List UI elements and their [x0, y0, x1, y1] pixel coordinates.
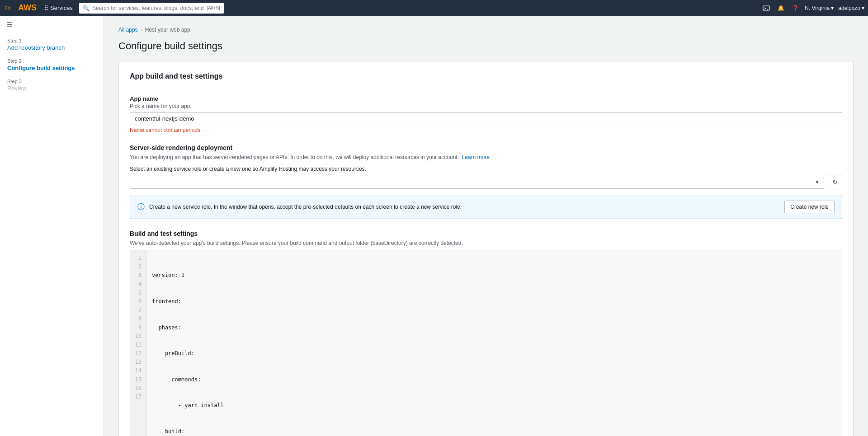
- main-content: All apps › Host your web app Configure b…: [104, 16, 868, 436]
- ssr-title: Server-side rendering deployment: [130, 144, 842, 151]
- card-title: App build and test settings: [130, 72, 842, 86]
- create-new-role-button[interactable]: Create new role: [784, 201, 835, 213]
- step-1-name[interactable]: Add repository branch: [7, 44, 96, 51]
- info-icon: ⓘ: [137, 202, 145, 212]
- app-name-section: App name Pick a name for your app. Name …: [130, 95, 842, 133]
- step-3-name: Review: [7, 85, 96, 92]
- role-select-wrapper: ▼: [130, 176, 824, 189]
- aws-text: AWS: [18, 3, 37, 13]
- search-input[interactable]: [92, 5, 204, 11]
- breadcrumb-all-apps[interactable]: All apps: [118, 27, 138, 33]
- main-card: App build and test settings App name Pic…: [118, 61, 854, 436]
- info-banner: ⓘ Create a new service role. In the wind…: [130, 195, 842, 219]
- ssr-learn-more[interactable]: Learn more: [462, 154, 490, 160]
- services-button[interactable]: ⠿ Services: [41, 4, 75, 13]
- step-3-label: Step 3: [7, 79, 96, 84]
- select-role-row: ▼ ↻: [130, 175, 842, 189]
- step-3: Step 3 Review: [7, 79, 96, 92]
- steps-nav: Step 1 Add repository branch Step 2 Conf…: [0, 33, 104, 103]
- sidebar: ☰ Step 1 Add repository branch Step 2 Co…: [0, 16, 104, 436]
- top-nav: AWS ⠿ Services 🔍 [Alt+S] 🔔 ❓ N. Virginia…: [0, 0, 868, 16]
- build-test-title: Build and test settings: [130, 230, 842, 237]
- step-2-name: Configure build settings: [7, 65, 96, 71]
- code-editor: 1 2 3 4 5 6 7 8 9 10 11 12 13: [130, 250, 842, 436]
- aws-logo: AWS: [4, 3, 37, 13]
- refresh-icon: ↻: [832, 178, 838, 186]
- app-name-hint: Pick a name for your app.: [130, 103, 842, 109]
- hamburger-menu[interactable]: ☰: [0, 16, 104, 33]
- info-banner-text: Create a new service role. In the window…: [149, 204, 780, 210]
- ssr-desc: You are deploying an app that has server…: [130, 154, 842, 160]
- ssr-section: Server-side rendering deployment You are…: [130, 144, 842, 219]
- app-name-input[interactable]: [130, 112, 842, 125]
- breadcrumb: All apps › Host your web app: [118, 27, 854, 33]
- notifications-icon[interactable]: 🔔: [776, 3, 786, 13]
- page-title: Configure build settings: [118, 40, 854, 52]
- user-menu[interactable]: adelpozo ▾: [838, 5, 864, 11]
- line-numbers: 1 2 3 4 5 6 7 8 9 10 11 12 13: [130, 250, 146, 436]
- svg-rect-0: [763, 6, 769, 10]
- build-test-desc: We've auto-detected your app's build set…: [130, 240, 842, 246]
- step-2: Step 2 Configure build settings: [7, 58, 96, 71]
- breadcrumb-separator-1: ›: [141, 27, 142, 33]
- search-bar[interactable]: 🔍 [Alt+S]: [79, 3, 224, 14]
- refresh-button[interactable]: ↻: [828, 175, 842, 189]
- build-test-section: Build and test settings We've auto-detec…: [130, 230, 842, 436]
- help-icon[interactable]: ❓: [790, 3, 800, 13]
- app-name-label: App name: [130, 95, 842, 102]
- region-selector[interactable]: N. Virginia ▾: [805, 5, 834, 11]
- step-2-label: Step 2: [7, 58, 96, 64]
- search-shortcut: [Alt+S]: [207, 5, 220, 10]
- top-nav-right: 🔔 ❓ N. Virginia ▾ adelpozo ▾: [761, 3, 864, 13]
- select-role-label: Select an existing service role or creat…: [130, 166, 842, 172]
- cloud-shell-icon[interactable]: [761, 3, 771, 13]
- step-1-label: Step 1: [7, 38, 96, 43]
- code-content: version: 1 frontend: phases: preBuild: c…: [146, 250, 842, 436]
- breadcrumb-current: Host your web app: [145, 27, 190, 33]
- step-1: Step 1 Add repository branch: [7, 38, 96, 51]
- role-select[interactable]: [130, 176, 824, 189]
- app-name-error: Name cannot contain periods: [130, 127, 842, 133]
- search-icon: 🔍: [83, 5, 90, 11]
